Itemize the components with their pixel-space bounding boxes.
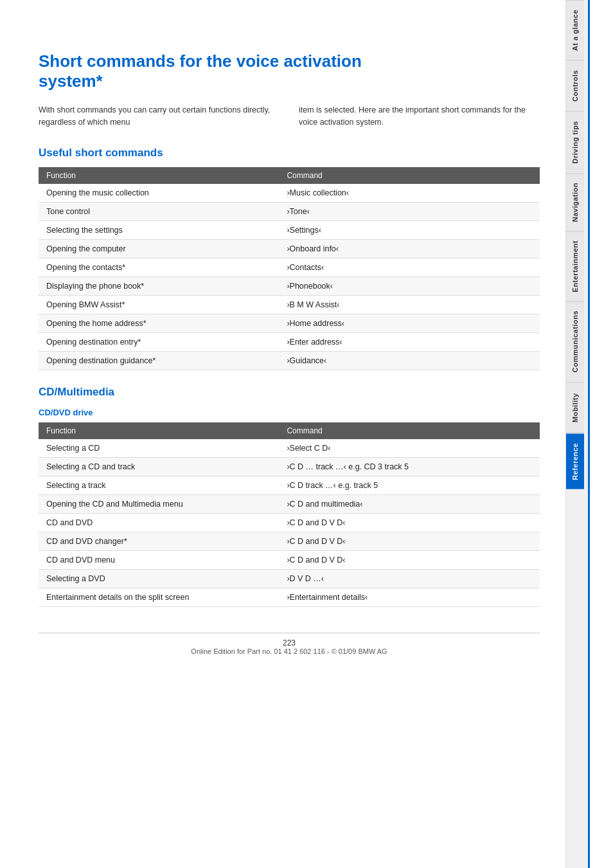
command-cell: ›C D … track …‹ e.g. CD 3 track 5: [279, 457, 540, 476]
function-cell: Opening destination guidance*: [39, 351, 279, 370]
command-cell: ›Music collection‹: [279, 184, 540, 203]
table-row: Opening the contacts* ›Contacts‹: [39, 258, 540, 276]
col-command-header: Command: [279, 167, 540, 184]
command-cell: ›Entertainment details‹: [279, 588, 540, 606]
section1-heading: Useful short commands: [39, 147, 540, 159]
blue-accent-line: [588, 0, 590, 868]
sidebar-tab-driving-tips[interactable]: Driving tips: [566, 111, 584, 173]
command-cell: ›Enter address‹: [279, 332, 540, 351]
function-cell: Opening destination entry*: [39, 332, 279, 351]
col-command-header2: Command: [279, 422, 540, 439]
command-cell: ›C D and D V D‹: [279, 513, 540, 532]
table-row: Selecting a CD and track ›C D … track …‹…: [39, 457, 540, 476]
sidebar-tab-reference[interactable]: Reference: [566, 433, 584, 489]
sidebar-tab-at-a-glance[interactable]: At a glance: [566, 0, 584, 60]
function-cell: Opening the contacts*: [39, 258, 279, 276]
col-function-header: Function: [39, 167, 279, 184]
sidebar-tab-communications[interactable]: Communications: [566, 301, 584, 381]
function-cell: Displaying the phone book*: [39, 276, 279, 295]
table-row: Selecting a DVD ›D V D …‹: [39, 569, 540, 588]
table-row: Opening the home address* ›Home address‹: [39, 314, 540, 332]
short-commands-table: Function Command Opening the music colle…: [39, 167, 540, 370]
table-row: Opening destination guidance* ›Guidance‹: [39, 351, 540, 370]
function-cell: Selecting a track: [39, 476, 279, 494]
function-cell: Opening the CD and Multimedia menu: [39, 494, 279, 513]
page-footer: 223 Online Edition for Part no. 01 41 2 …: [39, 633, 540, 655]
table-row: CD and DVD ›C D and D V D‹: [39, 513, 540, 532]
table-row: Displaying the phone book* ›Phonebook‹: [39, 276, 540, 295]
table-row: Selecting a CD ›Select C D‹: [39, 439, 540, 458]
function-cell: Opening the music collection: [39, 184, 279, 203]
page-title: Short commands for the voice activation …: [39, 51, 540, 91]
table-row: Opening the computer ›Onboard info‹: [39, 239, 540, 258]
function-cell: Opening BMW Assist*: [39, 295, 279, 314]
subsection2-heading: CD/DVD drive: [39, 408, 540, 417]
table-row: Entertainment details on the split scree…: [39, 588, 540, 606]
function-cell: Selecting a CD: [39, 439, 279, 458]
sidebar-tab-controls[interactable]: Controls: [566, 60, 584, 111]
table-row: Opening BMW Assist* ›B M W Assist‹: [39, 295, 540, 314]
table-row: CD and DVD menu ›C D and D V D‹: [39, 550, 540, 569]
function-cell: Entertainment details on the split scree…: [39, 588, 279, 606]
table-row: Selecting the settings ›Settings‹: [39, 221, 540, 239]
command-cell: ›Home address‹: [279, 314, 540, 332]
intro-left: With short commands you can carry out ce…: [39, 104, 280, 129]
section2-heading: CD/Multimedia: [39, 386, 540, 399]
sidebar-tab-mobility[interactable]: Mobility: [566, 382, 584, 433]
function-cell: CD and DVD changer*: [39, 532, 279, 550]
page-number: 223: [39, 638, 540, 647]
col-function-header2: Function: [39, 422, 279, 439]
function-cell: Tone control: [39, 202, 279, 221]
command-cell: ›C D track …‹ e.g. track 5: [279, 476, 540, 494]
command-cell: ›Phonebook‹: [279, 276, 540, 295]
function-cell: CD and DVD: [39, 513, 279, 532]
function-cell: Selecting a CD and track: [39, 457, 279, 476]
command-cell: ›C D and D V D‹: [279, 550, 540, 569]
function-cell: Opening the computer: [39, 239, 279, 258]
command-cell: ›Select C D‹: [279, 439, 540, 458]
intro-right: item is selected. Here are the important…: [299, 104, 540, 129]
table-row: CD and DVD changer* ›C D and D V D‹: [39, 532, 540, 550]
sidebar-tab-navigation[interactable]: Navigation: [566, 173, 584, 231]
table-row: Tone control ›Tone‹: [39, 202, 540, 221]
command-cell: ›Contacts‹: [279, 258, 540, 276]
command-cell: ›C D and D V D‹: [279, 532, 540, 550]
intro-section: With short commands you can carry out ce…: [39, 104, 540, 129]
function-cell: Opening the home address*: [39, 314, 279, 332]
footer-text: Online Edition for Part no. 01 41 2 602 …: [39, 647, 540, 655]
command-cell: ›B M W Assist‹: [279, 295, 540, 314]
command-cell: ›D V D …‹: [279, 569, 540, 588]
cd-commands-table: Function Command Selecting a CD ›Select …: [39, 422, 540, 607]
function-cell: CD and DVD menu: [39, 550, 279, 569]
table-row: Selecting a track ›C D track …‹ e.g. tra…: [39, 476, 540, 494]
sidebar-tabs: At a glanceControlsDriving tipsNavigatio…: [565, 0, 589, 868]
function-cell: Selecting the settings: [39, 221, 279, 239]
table-row: Opening destination entry* ›Enter addres…: [39, 332, 540, 351]
command-cell: ›Guidance‹: [279, 351, 540, 370]
function-cell: Selecting a DVD: [39, 569, 279, 588]
command-cell: ›Tone‹: [279, 202, 540, 221]
table-row: Opening the music collection ›Music coll…: [39, 184, 540, 203]
command-cell: ›Onboard info‹: [279, 239, 540, 258]
command-cell: ›C D and multimedia‹: [279, 494, 540, 513]
command-cell: ›Settings‹: [279, 221, 540, 239]
sidebar-tab-entertainment[interactable]: Entertainment: [566, 231, 584, 301]
table-row: Opening the CD and Multimedia menu ›C D …: [39, 494, 540, 513]
